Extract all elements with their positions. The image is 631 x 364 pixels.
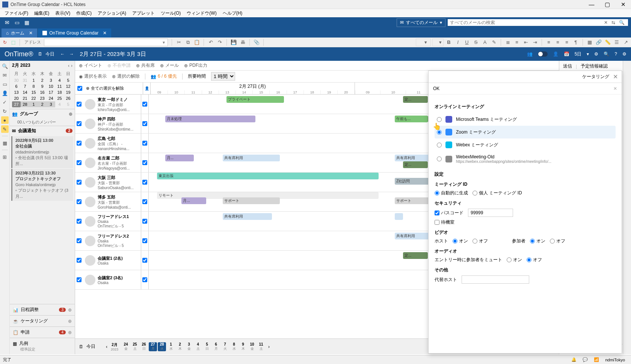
personal-id-radio[interactable]: 個人 ミーティング ID [472, 190, 522, 196]
redo-icon[interactable]: ↷ [216, 39, 223, 46]
chevron-down-icon[interactable]: ▾ [587, 51, 589, 57]
shared-seat-button[interactable]: ⊕共有席 [136, 62, 155, 69]
minimize-button[interactable]: — [584, 0, 599, 9]
minical-day[interactable]: 17 [47, 89, 55, 95]
minical-day[interactable]: 1 [29, 77, 38, 83]
copy-icon[interactable]: ⧉ [184, 39, 192, 46]
bold-icon[interactable]: B [445, 39, 453, 46]
waiting-room-checkbox[interactable]: 待機室 [435, 219, 454, 226]
show-selection-button[interactable]: ◉選択を表示 [79, 73, 107, 80]
minical-grid[interactable]: 月火水木金土日303112345678910111213141516171819… [12, 70, 72, 107]
rail-people-icon[interactable]: 👤 [1, 89, 9, 97]
rail-grid-icon[interactable]: ▦ [1, 139, 9, 147]
para-icon[interactable]: ¶ [572, 39, 580, 46]
group-sub[interactable]: 00.いつものメンバー [10, 119, 75, 126]
row-checkbox2[interactable] [142, 258, 147, 263]
apps-icon[interactable]: ▦ [23, 18, 31, 27]
minical-day[interactable]: 10 [47, 83, 55, 89]
minical-prev-icon[interactable]: ‹ [68, 63, 69, 68]
minical-day[interactable]: 31 [21, 77, 29, 83]
rail-edit-icon[interactable]: ✎ [1, 125, 9, 133]
highlight-icon[interactable]: ✎ [490, 39, 498, 46]
event-block[interactable]: 午前も... [395, 116, 427, 122]
clear-icon[interactable]: ✕ [603, 20, 609, 25]
row-checkbox2[interactable] [142, 199, 147, 204]
print-icon[interactable]: 🖶 [239, 39, 246, 46]
menu-item[interactable]: ウィンドウ(W) [184, 10, 219, 17]
minical-day[interactable]: 5 [64, 77, 72, 83]
minical-day[interactable]: 11 [55, 83, 64, 89]
menu-item[interactable]: ツール(O) [158, 10, 184, 17]
search-box[interactable]: ✕ ⇆ 🔍 [448, 19, 628, 26]
font-size[interactable]: ▾ [432, 39, 444, 46]
event-block[interactable]: サポート [223, 197, 280, 204]
plus-icon[interactable]: ⊕ [69, 111, 72, 117]
row-checkbox[interactable] [77, 121, 82, 126]
date-scroller-day[interactable]: 7火 [221, 342, 229, 351]
font-family[interactable]: ▾ [416, 39, 431, 46]
event-block[interactable]: プライベート [226, 96, 284, 103]
toggle-switch[interactable] [538, 51, 548, 57]
rail-sync-icon[interactable]: ↻ [1, 107, 9, 115]
mail-button[interactable]: ⊕メール [160, 62, 179, 69]
meeting-radio[interactable] [437, 117, 442, 122]
plus-icon[interactable]: ⊕ [68, 330, 72, 335]
minical-day[interactable]: 18 [55, 89, 64, 95]
view-days[interactable]: 5日 [575, 51, 582, 57]
table-icon[interactable]: ▦ [586, 39, 593, 46]
minical-day[interactable]: 6 [12, 83, 21, 89]
people-icon[interactable]: 👥 [527, 51, 533, 57]
maximize-button[interactable]: ▢ [599, 0, 615, 9]
link-icon[interactable]: ⬚ [10, 39, 17, 46]
row-checkbox[interactable] [77, 238, 82, 243]
search-input[interactable] [450, 20, 601, 25]
undo-icon[interactable]: ↶ [207, 39, 214, 46]
minical-day[interactable]: 15 [29, 89, 38, 95]
tab-close-icon[interactable]: ✕ [103, 30, 107, 36]
minical-day[interactable]: 2 [38, 77, 47, 83]
minical-day[interactable]: 3 [47, 77, 55, 83]
refresh-icon[interactable]: ↻ [2, 39, 8, 46]
minical-day[interactable]: 9 [38, 83, 47, 89]
date-scroller-day[interactable]: 6月 [212, 342, 220, 351]
event-block[interactable]: 定... [403, 252, 428, 259]
event-block[interactable]: 共有席利用 [223, 213, 272, 220]
mail-icon[interactable]: ✉ [3, 18, 11, 27]
duration-select[interactable]: 1 時間 [211, 72, 235, 81]
rail-apps-icon[interactable]: ⊞ [1, 153, 9, 161]
send-button[interactable]: 送信 [563, 63, 572, 69]
align-left-icon[interactable]: ≡ [545, 39, 553, 46]
date-scroller-day[interactable]: 9木 [239, 342, 247, 351]
ruler-icon[interactable]: 📏 [604, 39, 611, 46]
rail-search-icon[interactable]: 🔍 [1, 62, 9, 70]
passcode-input[interactable] [468, 209, 513, 217]
mail-selector[interactable]: ✉ すべてのメール ▾ [397, 18, 445, 27]
date-scroller-day[interactable]: 24金 [122, 342, 130, 351]
date-scroller-day[interactable]: 28火 [158, 342, 166, 351]
event-block[interactable] [395, 213, 403, 220]
event-block[interactable]: 月... [165, 155, 194, 161]
help-icon[interactable]: ? [614, 51, 617, 57]
date-scroller-day[interactable]: 11土 [257, 342, 265, 351]
minical-day[interactable]: 12 [64, 83, 72, 89]
row-checkbox[interactable] [77, 199, 82, 204]
minical-day[interactable]: 2 [38, 101, 47, 107]
row-checkbox[interactable] [77, 258, 82, 263]
date-scroller-day[interactable]: 26日 [140, 342, 148, 351]
menu-item[interactable]: ファイル(F) [2, 10, 31, 17]
row-checkbox[interactable] [77, 160, 82, 165]
minical-day[interactable]: 21 [21, 95, 29, 101]
row-checkbox2[interactable] [142, 141, 147, 146]
meeting-radio[interactable] [437, 143, 442, 147]
notice-header[interactable]: ✉ 会議通知 2 [10, 126, 75, 135]
tab-home[interactable]: ⌂ ホーム ✕ [2, 29, 37, 38]
menu-item[interactable]: 表示(V) [52, 10, 73, 17]
rail-todo-icon[interactable]: ✓ [1, 98, 9, 106]
minical-day[interactable]: 24 [47, 95, 55, 101]
confirm-button[interactable]: 予定情報確認 [581, 63, 608, 69]
minical-day[interactable]: 30 [12, 77, 21, 83]
mute-on-radio[interactable]: オン [507, 257, 522, 263]
row-checkbox[interactable] [77, 102, 82, 107]
row-checkbox2[interactable] [142, 102, 147, 107]
row-checkbox[interactable] [77, 219, 82, 224]
